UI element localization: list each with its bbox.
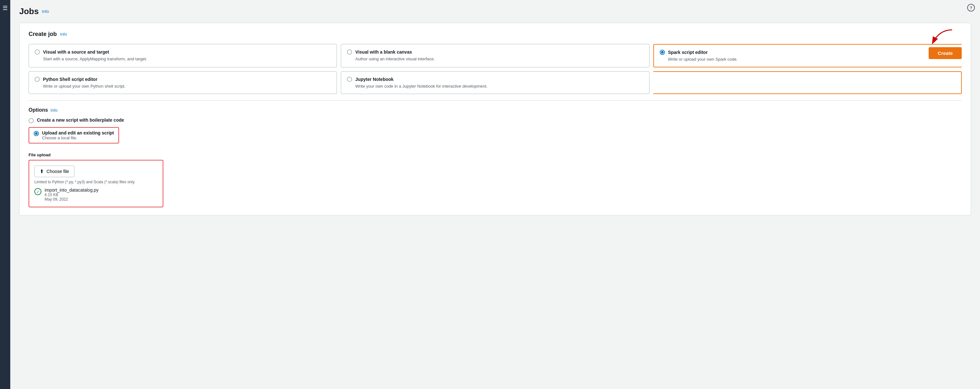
upload-option-box[interactable]: Upload and edit an existing script Choos… [29, 127, 119, 143]
radio-new-script [29, 118, 34, 123]
page-info-link[interactable]: Info [42, 9, 49, 14]
file-item: ✓ import_into_datacatalog.py 6.15 KB May… [34, 187, 158, 202]
job-type-visual-blank-label: Visual with a blank canvas [355, 49, 412, 54]
job-type-visual-blank[interactable]: Visual with a blank canvas Author using … [341, 44, 649, 67]
option-new-script-label: Create a new script with boilerplate cod… [37, 118, 124, 123]
card-header: Create job Info [29, 31, 962, 38]
job-type-visual-source[interactable]: Visual with a source and target Start wi… [29, 44, 337, 67]
main-content: Jobs Info Create job Info [10, 0, 980, 389]
create-button-area: Create [926, 28, 962, 59]
job-type-spark[interactable]: Spark script editor Write or upload your… [653, 44, 962, 67]
create-button[interactable]: Create [929, 47, 962, 59]
spark-extension-panel [653, 71, 962, 94]
create-job-info-link[interactable]: Info [60, 32, 67, 37]
options-section: Options Info Create a new script with bo… [29, 107, 962, 207]
option-upload-script[interactable]: Upload and edit an existing script Choos… [34, 130, 114, 140]
option-upload-label: Upload and edit an existing script [42, 130, 114, 136]
file-upload-box: ⬆ Choose file Limited to Python (*.py, *… [29, 160, 163, 207]
radio-python [35, 77, 40, 82]
page-title: Jobs [19, 6, 39, 16]
menu-icon[interactable]: ☰ [3, 5, 8, 11]
help-icon[interactable]: ? [967, 4, 975, 11]
job-type-rows: Python Shell script editor Write or uplo… [29, 71, 962, 94]
job-type-python-label: Python Shell script editor [43, 77, 97, 82]
job-type-spark-desc: Write or upload your own Spark code. [660, 57, 956, 62]
options-header: Options Info [29, 107, 962, 113]
radio-spark [660, 50, 665, 55]
options-info-link[interactable]: Info [50, 108, 57, 113]
file-size: 6.15 KB [45, 193, 99, 197]
job-type-python-desc: Write or upload your own Python shell sc… [35, 84, 331, 89]
option-new-script[interactable]: Create a new script with boilerplate cod… [29, 118, 962, 123]
radio-visual-blank [347, 49, 352, 54]
choose-file-label: Choose file [46, 169, 69, 174]
divider [29, 100, 962, 101]
choose-file-button[interactable]: ⬆ Choose file [34, 166, 75, 177]
job-type-row-1: Visual with a source and target Start wi… [29, 44, 962, 67]
option-upload-sublabel: Choose a local file. [42, 136, 114, 140]
options-title: Options [29, 107, 48, 113]
job-type-jupyter-label: Jupyter Notebook [355, 77, 393, 82]
job-type-jupyter-desc: Write your own code in a Jupyter Noteboo… [347, 84, 643, 89]
sidebar: ☰ [0, 0, 10, 389]
job-type-visual-source-desc: Start with a source, ApplyMapping transf… [35, 56, 331, 61]
file-upload-section: File upload ⬆ Choose file Limited to Pyt… [29, 153, 962, 207]
job-type-spark-label: Spark script editor [668, 50, 708, 55]
file-date: May 09, 2022 [45, 197, 99, 202]
create-job-card: Create job Info Create [19, 23, 971, 215]
job-type-visual-source-label: Visual with a source and target [43, 49, 109, 54]
arrow-annotation [926, 28, 955, 46]
file-limit-text: Limited to Python (*.py, *.py3) and Scal… [34, 180, 158, 184]
page-header: Jobs Info [19, 6, 971, 16]
job-type-jupyter[interactable]: Jupyter Notebook Write your own code in … [341, 71, 649, 94]
upload-icon: ⬆ [40, 169, 44, 174]
file-check-icon: ✓ [34, 188, 41, 195]
job-type-visual-blank-desc: Author using an interactive visual inter… [347, 56, 643, 61]
radio-upload-script [34, 131, 39, 136]
create-job-title: Create job [29, 31, 57, 38]
file-upload-label: File upload [29, 153, 962, 157]
file-name: import_into_datacatalog.py [45, 187, 99, 193]
job-type-python[interactable]: Python Shell script editor Write or uplo… [29, 71, 337, 94]
radio-visual-source [35, 49, 40, 54]
radio-jupyter [347, 77, 352, 82]
file-info: import_into_datacatalog.py 6.15 KB May 0… [45, 187, 99, 202]
help-icon-label: ? [970, 5, 972, 10]
